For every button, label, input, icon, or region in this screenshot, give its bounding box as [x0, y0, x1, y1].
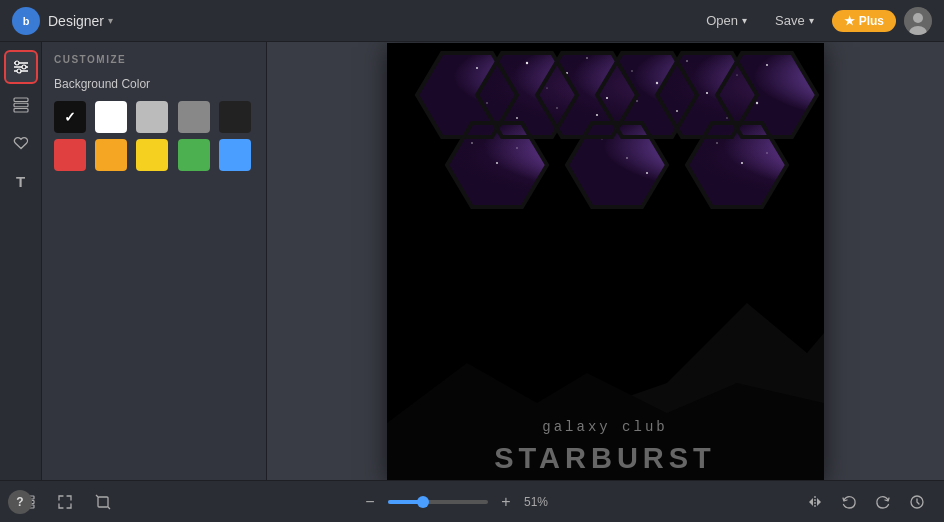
svg-point-67 — [741, 161, 743, 163]
svg-point-43 — [706, 92, 708, 94]
color-grid — [54, 101, 254, 171]
canvas-wrapper: galaxy club STARBURST — [387, 43, 824, 480]
color-swatch-light-gray[interactable] — [136, 101, 168, 133]
svg-point-64 — [626, 157, 628, 159]
redo-button[interactable] — [868, 487, 898, 517]
svg-point-39 — [606, 97, 608, 99]
favorites-tool-button[interactable] — [4, 126, 38, 160]
layers-tool-button[interactable] — [4, 88, 38, 122]
svg-rect-83 — [98, 497, 108, 507]
app-logo[interactable]: b — [12, 7, 40, 35]
zoom-out-button[interactable]: − — [358, 490, 382, 514]
svg-point-68 — [766, 152, 767, 153]
svg-line-85 — [108, 507, 110, 509]
svg-text:b: b — [23, 15, 30, 27]
svg-rect-12 — [14, 103, 28, 107]
svg-point-33 — [476, 67, 478, 69]
help-button[interactable]: ? — [8, 490, 32, 514]
save-button[interactable]: Save ▾ — [765, 9, 824, 32]
color-swatch-orange[interactable] — [95, 139, 127, 171]
zoom-slider-thumb[interactable] — [417, 496, 429, 508]
color-swatch-blue[interactable] — [219, 139, 251, 171]
customize-panel-header: CUSTOMIZE — [54, 54, 254, 65]
svg-point-9 — [22, 65, 26, 69]
bg-color-section-title: Background Color — [54, 77, 254, 91]
color-swatch-red[interactable] — [54, 139, 86, 171]
customize-panel: CUSTOMIZE Background Color — [42, 42, 267, 480]
zoom-in-button[interactable]: + — [494, 490, 518, 514]
open-button[interactable]: Open ▾ — [696, 9, 757, 32]
crop-button[interactable] — [88, 487, 118, 517]
svg-point-49 — [596, 113, 598, 115]
svg-point-66 — [716, 142, 718, 144]
main-content: T CUSTOMIZE Background Color — [0, 42, 944, 480]
color-swatch-dark[interactable] — [219, 101, 251, 133]
canvas-image[interactable]: galaxy club STARBURST — [387, 43, 824, 480]
icon-bar: T — [0, 42, 42, 480]
svg-rect-13 — [14, 109, 28, 113]
svg-point-36 — [546, 87, 547, 88]
color-swatch-green[interactable] — [178, 139, 210, 171]
zoom-controls: − + 51% — [358, 490, 560, 514]
star-icon: ★ — [844, 14, 855, 28]
color-swatch-black[interactable] — [54, 101, 86, 133]
zoom-percent-label: 51% — [524, 495, 560, 509]
svg-point-65 — [646, 172, 648, 174]
svg-point-60 — [471, 142, 473, 144]
svg-point-10 — [17, 69, 21, 73]
svg-point-45 — [766, 64, 768, 66]
svg-point-52 — [726, 117, 727, 118]
svg-point-38 — [586, 57, 588, 59]
canvas-area: galaxy club STARBURST — [267, 42, 944, 480]
bottom-bar: − + 51% — [0, 480, 944, 522]
svg-point-3 — [913, 13, 923, 23]
color-swatch-mid-gray[interactable] — [178, 101, 210, 133]
svg-point-53 — [756, 101, 758, 103]
color-swatch-white[interactable] — [95, 101, 127, 133]
svg-point-44 — [736, 74, 737, 75]
svg-point-51 — [676, 110, 678, 112]
svg-point-40 — [631, 70, 632, 71]
svg-point-8 — [15, 61, 19, 65]
svg-point-35 — [526, 61, 528, 63]
svg-point-62 — [516, 147, 517, 148]
svg-point-48 — [556, 107, 557, 108]
app-name-chevron: ▾ — [108, 15, 113, 26]
plus-upgrade-button[interactable]: ★ Plus — [832, 10, 896, 32]
app-name-label: Designer — [48, 13, 104, 29]
zoom-slider[interactable] — [388, 500, 488, 504]
svg-rect-11 — [14, 98, 28, 102]
text-tool-button[interactable]: T — [4, 164, 38, 198]
svg-point-61 — [496, 162, 498, 164]
svg-point-47 — [516, 117, 518, 119]
svg-point-46 — [486, 102, 488, 104]
svg-point-50 — [636, 100, 638, 102]
undo-button[interactable] — [834, 487, 864, 517]
svg-line-84 — [96, 495, 98, 497]
customize-tool-button[interactable] — [4, 50, 38, 84]
topbar: b Designer ▾ Open ▾ Save ▾ ★ Plus — [0, 0, 944, 42]
app-name-menu[interactable]: Designer ▾ — [48, 13, 113, 29]
svg-point-41 — [656, 81, 658, 83]
svg-point-42 — [686, 60, 688, 62]
user-avatar[interactable] — [904, 7, 932, 35]
flip-button[interactable] — [800, 487, 830, 517]
svg-text:STARBURST: STARBURST — [494, 442, 716, 474]
svg-text:galaxy club: galaxy club — [542, 419, 667, 435]
history-button[interactable] — [902, 487, 932, 517]
right-toolbar-btns — [800, 487, 932, 517]
fit-screen-button[interactable] — [50, 487, 80, 517]
color-swatch-yellow[interactable] — [136, 139, 168, 171]
